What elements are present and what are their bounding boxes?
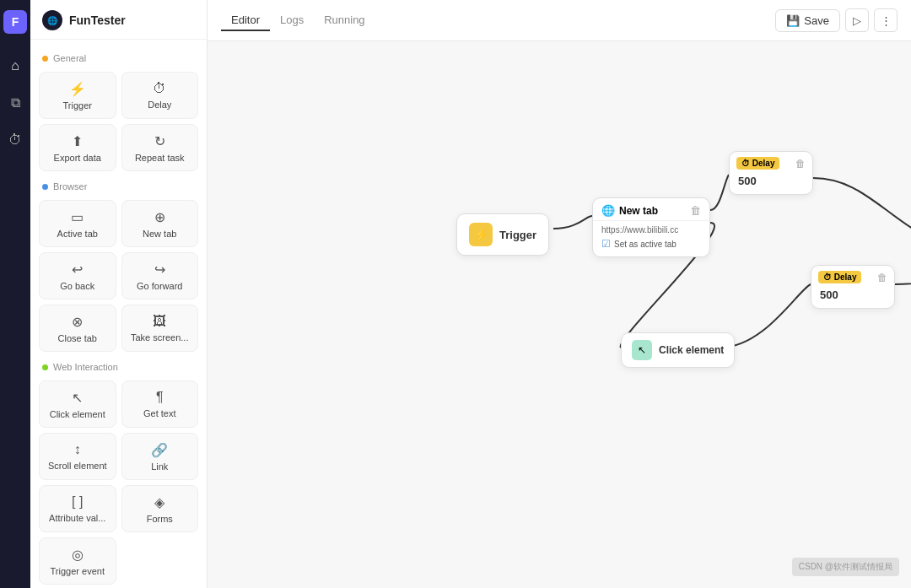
close-tab-icon: ⊗ xyxy=(72,314,83,330)
node-new-tab[interactable]: ⊕ New tab xyxy=(121,200,199,247)
delay2-delete-icon[interactable]: 🗑 xyxy=(877,272,887,283)
node-export-data[interactable]: ⬆ Export data xyxy=(39,124,116,171)
export-icon: ⬆ xyxy=(72,133,83,149)
node-delay[interactable]: ⏱ Delay xyxy=(121,72,199,119)
canvas-delay2-node[interactable]: ⏱ Delay 🗑 500 xyxy=(811,265,895,309)
clickelement-icon: ↖ xyxy=(632,340,652,360)
browser-grid: ▭ Active tab ⊕ New tab ↩ Go back ↪ Go fo… xyxy=(30,195,207,357)
toolbar-right: 💾 Save ▷ ⋮ xyxy=(775,8,898,32)
save-icon: 💾 xyxy=(786,14,800,27)
canvas-trigger-node[interactable]: ⚡ Trigger xyxy=(456,213,549,256)
node-go-back[interactable]: ↩ Go back xyxy=(39,252,116,299)
tab-editor[interactable]: Editor xyxy=(221,10,270,31)
node-scroll-element[interactable]: ↕ Scroll element xyxy=(39,433,116,480)
newtab-delete-icon[interactable]: 🗑 xyxy=(690,204,701,217)
delay2-value: 500 xyxy=(811,287,894,308)
sidebar-logo: 🌐 xyxy=(42,10,62,30)
get-text-icon: ¶ xyxy=(156,390,164,405)
go-forward-icon: ↪ xyxy=(154,262,165,278)
delay1-delete-icon[interactable]: 🗑 xyxy=(795,158,806,170)
app-logo: F xyxy=(3,10,27,34)
node-repeat-task[interactable]: ↻ Repeat task xyxy=(121,124,199,171)
web-interaction-grid: ↖ Click element ¶ Get text ↕ Scroll elem… xyxy=(30,375,207,588)
node-attribute-val[interactable]: [ ] Attribute val... xyxy=(39,485,116,532)
toolbar: Editor Logs Running 💾 Save ▷ ⋮ xyxy=(208,0,911,41)
newtab-header: 🌐 New tab 🗑 xyxy=(593,198,709,221)
delay1-value: 500 xyxy=(730,173,812,194)
sidebar-content: General ⚡ Trigger ⏱ Delay ⬆ Export data … xyxy=(30,40,207,588)
more-options-button[interactable]: ⋮ xyxy=(874,8,898,32)
checkbox-checked-icon: ☑ xyxy=(601,238,611,250)
newtab-label: New tab xyxy=(619,205,658,217)
canvas-delay1-node[interactable]: ⏱ Delay 🗑 500 xyxy=(729,151,813,195)
node-forms[interactable]: ◈ Forms xyxy=(121,485,199,532)
node-screenshot[interactable]: 🖼 Take screen... xyxy=(121,305,199,352)
nav-rail: F ⌂ ⧉ ⏱ xyxy=(0,0,30,588)
clickelement-label: Click element xyxy=(659,344,724,356)
nav-home[interactable]: ⌂ xyxy=(3,54,27,78)
general-grid: ⚡ Trigger ⏱ Delay ⬆ Export data ↻ Repeat… xyxy=(30,67,207,176)
nav-layers[interactable]: ⧉ xyxy=(3,91,27,115)
save-button[interactable]: 💾 Save xyxy=(775,9,840,32)
canvas-newtab-node[interactable]: 🌐 New tab 🗑 https://www.bilibili.cc ☑ Se… xyxy=(592,197,710,257)
node-link[interactable]: 🔗 Link xyxy=(121,433,199,480)
link-icon: 🔗 xyxy=(151,442,168,458)
node-close-tab[interactable]: ⊗ Close tab xyxy=(39,305,116,352)
node-active-tab[interactable]: ▭ Active tab xyxy=(39,200,116,247)
node-trigger-event[interactable]: ◎ Trigger event xyxy=(39,537,116,585)
dot-browser xyxy=(42,184,48,190)
attribute-icon: [ ] xyxy=(72,494,83,510)
tab-running[interactable]: Running xyxy=(314,10,375,31)
canvas-clickelement-node[interactable]: ↖ Click element xyxy=(621,332,735,368)
click-icon: ↖ xyxy=(72,390,83,406)
newtab-active-checkbox[interactable]: ☑ Set as active tab xyxy=(601,238,701,250)
node-go-forward[interactable]: ↪ Go forward xyxy=(121,252,199,299)
dot-general xyxy=(42,56,48,62)
newtab-body: https://www.bilibili.cc ☑ Set as active … xyxy=(593,221,709,256)
sidebar: 🌐 FunTester General ⚡ Trigger ⏱ Delay ⬆ … xyxy=(30,0,208,588)
tab-logs[interactable]: Logs xyxy=(270,10,314,31)
delay2-header: ⏱ Delay 🗑 xyxy=(811,266,894,287)
trigger-event-icon: ◎ xyxy=(72,547,84,563)
node-get-text[interactable]: ¶ Get text xyxy=(121,380,199,428)
trigger-icon: ⚡ xyxy=(69,81,86,97)
repeat-icon: ↻ xyxy=(154,133,165,149)
run-button[interactable]: ▷ xyxy=(845,8,869,32)
nav-history[interactable]: ⏱ xyxy=(3,128,27,152)
forms-icon: ◈ xyxy=(154,494,164,510)
trigger-badge-icon: ⚡ xyxy=(469,223,493,246)
go-back-icon: ↩ xyxy=(72,262,83,278)
section-web-interaction: Web Interaction xyxy=(30,357,207,375)
newtab-url: https://www.bilibili.cc xyxy=(601,225,701,235)
node-click-element[interactable]: ↖ Click element xyxy=(39,380,116,428)
section-browser: Browser xyxy=(30,176,207,195)
newtab-icon: 🌐 xyxy=(601,204,615,217)
delay1-header: ⏱ Delay 🗑 xyxy=(730,152,812,173)
watermark: CSDN @软件测试情报局 xyxy=(792,558,899,576)
canvas: ⚡ Trigger 🌐 New tab 🗑 https://www.bilibi… xyxy=(208,41,911,588)
scroll-icon: ↕ xyxy=(74,442,81,457)
dot-web xyxy=(42,364,48,370)
sidebar-title: FunTester xyxy=(69,13,126,27)
connectors-svg xyxy=(208,41,911,588)
trigger-label: Trigger xyxy=(499,229,536,241)
sidebar-header: 🌐 FunTester xyxy=(30,0,207,40)
screenshot-icon: 🖼 xyxy=(153,314,166,329)
tab-bar: Editor Logs Running xyxy=(221,10,768,31)
delay-icon: ⏱ xyxy=(153,81,166,96)
main-area: Editor Logs Running 💾 Save ▷ ⋮ xyxy=(208,0,911,588)
node-trigger[interactable]: ⚡ Trigger xyxy=(39,72,116,119)
section-general: General xyxy=(30,48,207,67)
new-tab-icon: ⊕ xyxy=(154,209,165,225)
active-tab-icon: ▭ xyxy=(71,209,84,225)
